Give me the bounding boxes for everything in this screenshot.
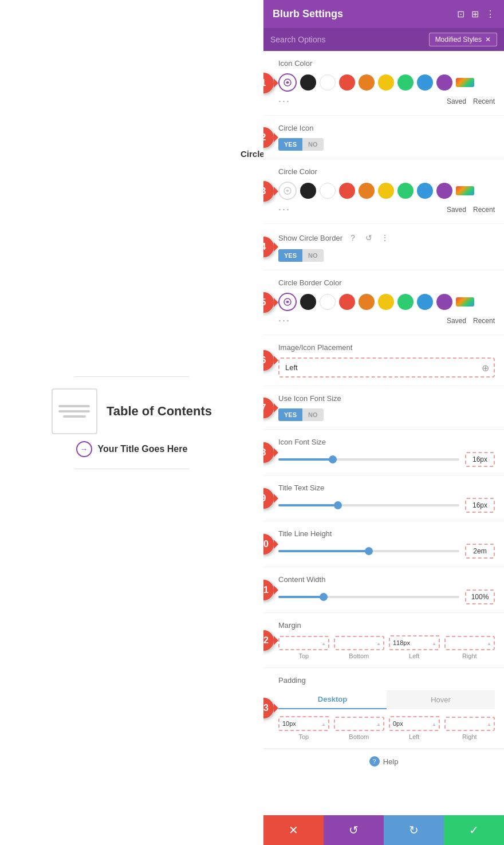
color-swatch-red[interactable] — [339, 74, 355, 91]
circle-color-row — [278, 182, 495, 200]
border-swatch-white[interactable] — [320, 294, 336, 310]
step-4: 4 — [263, 237, 274, 257]
expand-icon[interactable]: ⊡ — [457, 9, 464, 19]
color-swatch-green[interactable] — [397, 74, 414, 91]
use-icon-font-yes-btn[interactable]: YES — [278, 408, 302, 421]
desktop-tab[interactable]: Desktop — [278, 690, 387, 709]
redo-button[interactable]: ↻ — [384, 815, 444, 845]
color-swatch-blue[interactable] — [417, 74, 433, 91]
icon-color-picker-btn[interactable] — [278, 73, 297, 92]
dots-btn-5[interactable]: ··· — [278, 315, 290, 327]
circle-swatch-yellow[interactable] — [378, 183, 394, 199]
icon-font-size-thumb[interactable] — [329, 455, 337, 463]
padding-bottom-input[interactable]: ⟁ — [334, 717, 385, 731]
border-color-picker-btn[interactable] — [278, 293, 297, 311]
saved-btn-5[interactable]: Saved — [447, 317, 466, 325]
circle-color-picker-btn[interactable] — [278, 182, 297, 200]
circle-swatch-red[interactable] — [339, 183, 355, 199]
circle-swatch-purple[interactable] — [436, 183, 452, 199]
color-swatch-white[interactable] — [320, 74, 336, 91]
preview-circle-icon: → — [76, 441, 92, 457]
circle-swatch-blue[interactable] — [417, 183, 433, 199]
circle-swatch-green[interactable] — [397, 183, 414, 199]
modified-label: Modified Styles — [435, 36, 482, 44]
padding-top-input[interactable]: 10px⟁ — [278, 716, 329, 731]
border-swatch-yellow[interactable] — [378, 294, 394, 310]
hover-tab[interactable]: Hover — [387, 690, 495, 709]
circle-icon-no-btn[interactable]: NO — [302, 138, 324, 151]
color-swatch-purple[interactable] — [436, 74, 452, 91]
circle-swatch-black[interactable] — [300, 183, 316, 199]
icon-font-size-section: 8 Icon Font Size 16px — [263, 430, 504, 475]
cancel-button[interactable]: ✕ — [263, 815, 324, 845]
saved-recent-5: Saved Recent — [447, 317, 495, 325]
layout-icon[interactable]: ⊞ — [471, 9, 479, 19]
step-3: 3 — [263, 181, 274, 202]
title-text-size-track[interactable] — [278, 504, 459, 506]
margin-bottom-input[interactable]: ⟁ — [334, 636, 385, 650]
show-border-no-btn[interactable]: NO — [302, 249, 324, 262]
modified-close-icon[interactable]: ✕ — [485, 36, 491, 44]
recent-btn-3[interactable]: Recent — [473, 206, 495, 214]
circle-color-extras: ··· Saved Recent — [278, 203, 495, 215]
saved-btn-1[interactable]: Saved — [447, 97, 466, 105]
save-button[interactable]: ✓ — [444, 815, 504, 845]
title-line-height-value[interactable]: 2em — [465, 544, 495, 559]
reset-icon-4[interactable]: ↺ — [363, 232, 375, 243]
preview-area: Table of Contents → Your Title Goes Here… — [0, 0, 263, 845]
help-label: Help — [383, 757, 399, 766]
content-width-label: Content Width — [278, 575, 495, 584]
color-swatch-black[interactable] — [300, 74, 316, 91]
search-input[interactable] — [270, 35, 429, 44]
title-line-height-track[interactable] — [278, 550, 459, 552]
margin-right-input[interactable]: ⟁ — [444, 636, 495, 650]
border-swatch-red[interactable] — [339, 294, 355, 310]
content-width-thumb[interactable] — [320, 593, 328, 601]
margin-top-input[interactable]: ⟁ — [278, 636, 329, 650]
recent-btn-5[interactable]: Recent — [473, 317, 495, 325]
dots-btn-1[interactable]: ··· — [278, 95, 290, 107]
border-swatch-gradient[interactable] — [456, 297, 474, 306]
border-swatch-green[interactable] — [397, 294, 414, 310]
saved-btn-3[interactable]: Saved — [447, 206, 466, 214]
more-icon[interactable]: ⋮ — [486, 9, 495, 19]
margin-top-box: ⟁ Top — [278, 636, 329, 659]
placement-select[interactable]: Left Right Top Bottom — [278, 357, 495, 378]
circle-icon-yes-btn[interactable]: YES — [278, 138, 302, 151]
help-icon-4[interactable]: ? — [347, 232, 359, 243]
dots-btn-3[interactable]: ··· — [278, 203, 290, 215]
reset-button[interactable]: ↺ — [324, 815, 384, 845]
circle-swatch-white[interactable] — [320, 183, 336, 199]
show-circle-border-section: 4 Show Circle Border ? ↺ ⋮ YES NO — [263, 224, 504, 270]
use-icon-font-no-btn[interactable]: NO — [302, 408, 324, 421]
circle-swatch-gradient[interactable] — [456, 186, 474, 195]
border-swatch-orange[interactable] — [359, 294, 375, 310]
padding-right-input[interactable]: ⟁ — [444, 717, 495, 731]
show-circle-border-toggle: YES NO — [278, 249, 495, 262]
help-link[interactable]: ? Help — [369, 756, 399, 767]
color-swatch-orange[interactable] — [359, 74, 375, 91]
saved-recent-1: Saved Recent — [447, 97, 495, 105]
content-width-track[interactable] — [278, 596, 459, 598]
icon-font-size-value[interactable]: 16px — [465, 452, 495, 467]
title-text-size-thumb[interactable] — [334, 501, 342, 509]
more-icon-4[interactable]: ⋮ — [379, 232, 391, 243]
content-width-value[interactable]: 100% — [465, 589, 495, 604]
use-icon-font-size-toggle: YES NO — [278, 408, 495, 421]
border-swatch-black[interactable] — [300, 294, 316, 310]
circle-swatch-orange[interactable] — [359, 183, 375, 199]
title-text-size-label: Title Text Size — [278, 484, 495, 492]
color-swatch-gradient[interactable] — [456, 78, 474, 87]
show-border-yes-btn[interactable]: YES — [278, 249, 302, 262]
border-swatch-blue[interactable] — [417, 294, 433, 310]
title-line-height-thumb[interactable] — [365, 547, 373, 555]
help-circle-icon: ? — [369, 756, 380, 767]
icon-font-size-track[interactable] — [278, 458, 459, 461]
title-text-size-value[interactable]: 16px — [465, 498, 495, 513]
border-swatch-purple[interactable] — [436, 294, 452, 310]
padding-left-input[interactable]: 0px⟁ — [389, 716, 440, 731]
color-swatch-yellow[interactable] — [378, 74, 394, 91]
recent-btn-1[interactable]: Recent — [473, 97, 495, 105]
preview-icon-box — [52, 388, 97, 434]
margin-left-input[interactable]: 118px⟁ — [389, 635, 440, 650]
